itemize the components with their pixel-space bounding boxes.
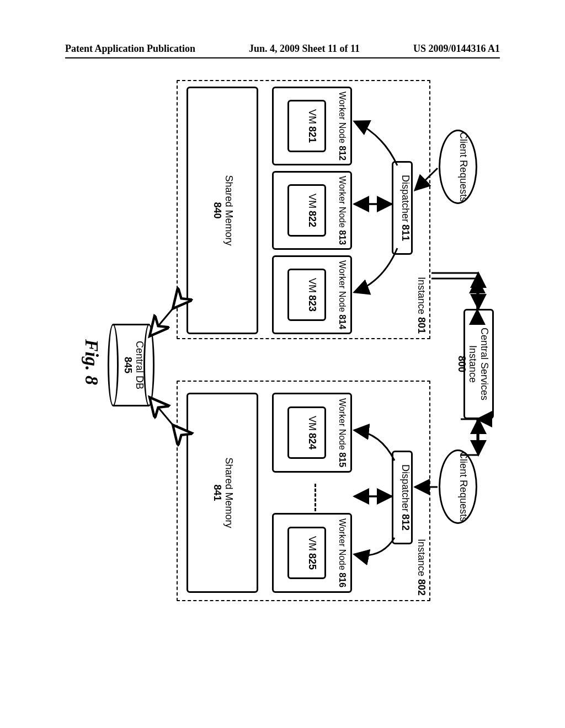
instance-802-title: Instance bbox=[416, 539, 427, 576]
worker-node-814: Worker Node 814 VM 823 bbox=[272, 255, 352, 334]
instance-801-ref: 801 bbox=[416, 317, 427, 334]
vm-821: VM 821 bbox=[287, 100, 326, 152]
worker-node-816: Worker Node 816 VM 825 bbox=[272, 513, 352, 593]
date-sheet: Jun. 4, 2009 Sheet 11 of 11 bbox=[249, 43, 360, 55]
client-requests-right: Client Requests bbox=[439, 449, 477, 524]
shared-memory-840: Shared Memory 840 bbox=[186, 87, 258, 334]
dispatcher-811: Dispatcher 811 bbox=[392, 161, 413, 255]
svg-line-18 bbox=[152, 400, 175, 427]
instance-801: Instance 801 Dispatcher 811 Worker Node … bbox=[177, 80, 430, 339]
figure-caption: Fig. 8 bbox=[81, 339, 102, 385]
ellipsis-dots bbox=[315, 484, 316, 511]
client-requests-left: Client Requests bbox=[439, 130, 477, 204]
svg-line-17 bbox=[152, 306, 175, 334]
shared-memory-841: Shared Memory 841 bbox=[186, 393, 258, 593]
central-db-label: Central DB bbox=[134, 324, 145, 406]
csi-label: Central Services Instance bbox=[467, 311, 490, 417]
vm-825: VM 825 bbox=[287, 527, 326, 579]
vm-824: VM 824 bbox=[287, 406, 326, 459]
worker-node-813: Worker Node 813 VM 822 bbox=[272, 171, 352, 250]
central-db: Central DB 845 bbox=[108, 324, 154, 406]
vm-822: VM 822 bbox=[287, 184, 326, 237]
dispatcher-812: Dispatcher 812 bbox=[392, 451, 413, 544]
instance-802-ref: 802 bbox=[416, 579, 427, 596]
central-db-ref: 845 bbox=[122, 324, 134, 406]
instance-801-title: Instance bbox=[416, 277, 427, 314]
central-services-box: Central Services Instance 800 bbox=[463, 309, 494, 419]
csi-ref: 800 bbox=[456, 311, 467, 417]
pub-number: US 2009/0144316 A1 bbox=[413, 43, 500, 55]
worker-node-815: Worker Node 815 VM 824 bbox=[272, 393, 352, 473]
worker-node-812: Worker Node 812 VM 821 bbox=[272, 87, 352, 165]
instance-802: Instance 802 Dispatcher 812 Worker Node … bbox=[177, 381, 430, 601]
vm-823: VM 823 bbox=[287, 269, 326, 321]
figure-8-diagram: Central Services Instance 800 Client Req… bbox=[0, 152, 565, 571]
pub-type: Patent Application Publication bbox=[65, 43, 195, 55]
header-rule bbox=[65, 57, 500, 58]
